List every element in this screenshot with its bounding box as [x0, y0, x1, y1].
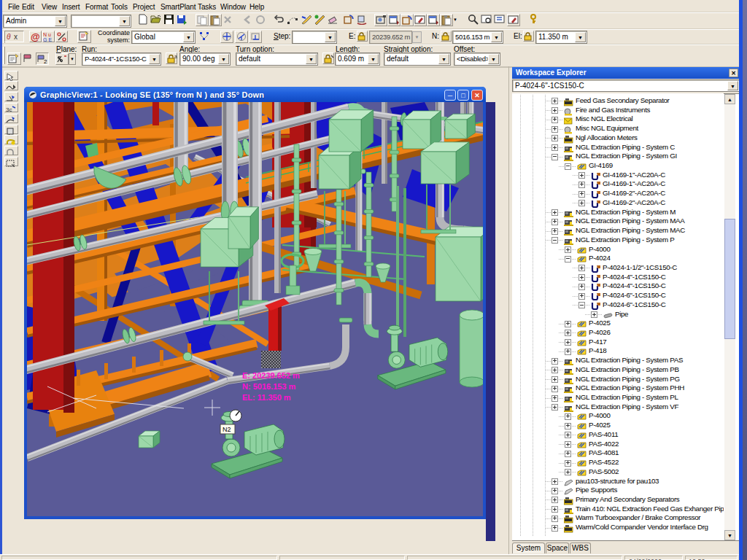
svg-text:EL: 11.350 m: EL: 11.350 m — [242, 393, 291, 402]
svg-text:3c: 3c — [6, 106, 12, 113]
svg-text:E: 20239.652 m: E: 20239.652 m — [242, 371, 300, 380]
svg-text:a: a — [174, 54, 177, 59]
svg-text:2: 2 — [44, 58, 47, 64]
svg-text:x: x — [14, 33, 18, 41]
svg-text:N: 5016.153 m: N: 5016.153 m — [242, 382, 296, 391]
svg-text:G E: G E — [43, 37, 52, 42]
svg-text:θ: θ — [7, 33, 11, 41]
svg-text:N2: N2 — [222, 426, 231, 433]
svg-text:@: @ — [31, 31, 40, 42]
svg-text:N u: N u — [43, 32, 51, 37]
